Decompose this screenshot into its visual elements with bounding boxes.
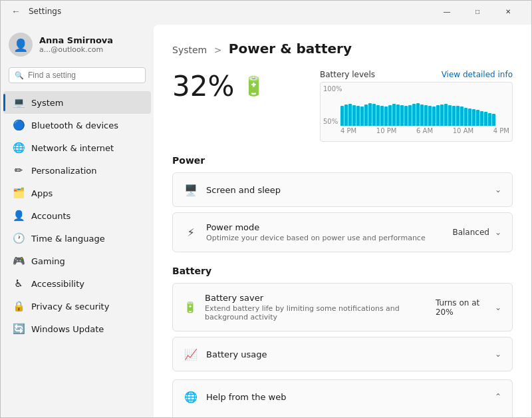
chart-bar	[452, 106, 456, 126]
chart-bar	[460, 106, 464, 126]
titlebar-left: ← Settings	[9, 3, 61, 19]
power-mode-subtitle: Optimize your device based on power use …	[206, 234, 426, 242]
nav-privacy-label: Privacy & security	[31, 302, 109, 312]
privacy-icon: 🔒	[13, 300, 25, 312]
search-input[interactable]	[28, 71, 140, 80]
nav-accessibility[interactable]: ♿ Accessibility	[3, 272, 151, 295]
breadcrumb-parent: System	[172, 45, 207, 55]
power-mode-value: Balanced	[452, 228, 489, 237]
user-info: Anna Smirnova a...@outlook.com	[39, 35, 113, 54]
chart-bar	[436, 105, 440, 126]
help-left: 🌐 Help from the web	[184, 389, 287, 404]
titlebar: ← Settings — □ ✕	[1, 1, 531, 22]
nav-personalization[interactable]: ✏️ Personalization	[3, 159, 151, 182]
battery-usage-item[interactable]: 📈 Battery usage ⌄	[172, 337, 513, 371]
nav-bluetooth[interactable]: 🔵 Bluetooth & devices	[3, 114, 151, 136]
screen-sleep-item[interactable]: 🖥️ Screen and sleep ⌄	[172, 172, 513, 207]
battery-percent-display: 32% 🔋	[172, 70, 265, 103]
apps-icon: 🗂️	[13, 187, 25, 199]
nav-personalization-label: Personalization	[31, 166, 97, 176]
power-mode-text: Power mode Optimize your device based on…	[206, 222, 426, 242]
help-title: Help from the web	[206, 392, 287, 402]
x-label-4: 10 AM	[453, 127, 473, 134]
chart-bar	[384, 106, 388, 126]
battery-levels-header: Battery levels View detailed info	[320, 70, 513, 79]
nav-privacy-security[interactable]: 🔒 Privacy & security	[3, 295, 151, 317]
chart-bar	[372, 104, 376, 126]
chart-bar	[424, 105, 428, 126]
back-button[interactable]: ←	[9, 3, 23, 19]
breadcrumb-current: Power & battery	[229, 41, 352, 57]
nav-gaming[interactable]: 🎮 Gaming	[3, 250, 151, 272]
chart-bar	[348, 104, 352, 126]
nav-update-label: Windows Update	[31, 324, 104, 334]
battery-usage-chevron: ⌄	[495, 349, 501, 359]
accessibility-icon: ♿	[13, 278, 25, 290]
battery-usage-icon: 📈	[184, 347, 198, 361]
bluetooth-icon: 🔵	[13, 119, 25, 131]
titlebar-title: Settings	[29, 7, 61, 16]
breadcrumb-separator: >	[214, 45, 222, 55]
search-box[interactable]: 🔍	[9, 67, 146, 83]
screen-sleep-text: Screen and sleep	[206, 185, 281, 195]
power-mode-right: Balanced ⌄	[452, 228, 501, 237]
nav-accounts[interactable]: 👤 Accounts	[3, 204, 151, 227]
x-label-1: 4 PM	[340, 127, 356, 134]
view-detailed-link[interactable]: View detailed info	[442, 70, 513, 79]
chart-bar	[492, 114, 495, 126]
nav-bluetooth-label: Bluetooth & devices	[31, 120, 118, 130]
network-icon: 🌐	[13, 142, 25, 154]
chart-bar	[368, 103, 372, 126]
user-name: Anna Smirnova	[39, 35, 113, 45]
main-content: System > Power & battery 32% 🔋 Battery l…	[154, 25, 531, 417]
chart-bar	[344, 104, 348, 126]
chart-bar	[408, 105, 412, 126]
help-text: Help from the web	[206, 392, 287, 402]
nav-time-language[interactable]: 🕐 Time & language	[3, 227, 151, 250]
help-header[interactable]: 🌐 Help from the web ⌃	[172, 379, 513, 413]
chart-bar	[396, 104, 400, 126]
help-section: 🌐 Help from the web ⌃ Changing power mod…	[172, 379, 513, 417]
power-mode-chevron: ⌄	[495, 228, 501, 237]
help-icon: 🌐	[184, 389, 198, 404]
update-icon: 🔄	[13, 323, 25, 335]
chart-bar	[364, 104, 368, 126]
battery-saver-left: 🔋 Battery saver Extend battery life by l…	[184, 293, 436, 321]
battery-saver-item[interactable]: 🔋 Battery saver Extend battery life by l…	[172, 283, 513, 331]
x-label-2: 10 PM	[376, 127, 397, 134]
power-mode-item[interactable]: ⚡ Power mode Optimize your device based …	[172, 212, 513, 252]
setting-left: 🖥️ Screen and sleep	[184, 182, 281, 197]
screen-sleep-title: Screen and sleep	[206, 185, 281, 195]
settings-window: ← Settings — □ ✕ 👤 Anna Smirnova a...@ou…	[0, 0, 532, 418]
nav-system[interactable]: 💻 System	[3, 91, 151, 114]
help-chevron: ⌃	[495, 392, 501, 401]
help-right: ⌃	[495, 392, 501, 401]
nav-apps[interactable]: 🗂️ Apps	[3, 182, 151, 204]
nav-windows-update[interactable]: 🔄 Windows Update	[3, 317, 151, 340]
nav-accessibility-label: Accessibility	[31, 279, 84, 289]
battery-saver-text: Battery saver Extend battery life by lim…	[205, 293, 436, 321]
battery-saver-title: Battery saver	[205, 293, 436, 303]
battery-section-title: Battery	[172, 266, 513, 276]
chart-bar	[476, 110, 479, 126]
power-mode-left: ⚡ Power mode Optimize your device based …	[184, 222, 426, 242]
battery-saver-chevron: ⌄	[495, 303, 501, 312]
changing-power-mode-link[interactable]: Changing power mode	[206, 417, 297, 417]
battery-icon: 🔋	[242, 75, 265, 97]
breadcrumb: System > Power & battery	[172, 41, 513, 57]
screen-icon: 🖥️	[184, 182, 198, 197]
maximize-button[interactable]: □	[462, 1, 493, 22]
personalization-icon: ✏️	[13, 164, 25, 176]
nav-system-label: System	[31, 98, 63, 108]
battery-overview: 32% 🔋 Battery levels View detailed info …	[172, 70, 513, 142]
accounts-icon: 👤	[13, 210, 25, 222]
search-icon: 🔍	[15, 71, 24, 80]
nav-network-label: Network & internet	[31, 143, 114, 153]
chart-bar	[356, 106, 360, 126]
screen-sleep-right: ⌄	[495, 185, 501, 194]
nav-network[interactable]: 🌐 Network & internet	[3, 136, 151, 159]
close-button[interactable]: ✕	[493, 1, 523, 22]
battery-percent-value: 32%	[172, 70, 234, 103]
chart-bar	[416, 103, 420, 126]
minimize-button[interactable]: —	[432, 1, 462, 22]
